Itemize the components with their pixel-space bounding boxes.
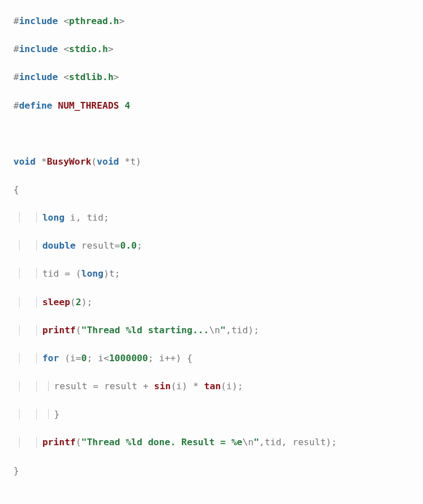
code-block: #include <pthread.h> #include <stdio.h> … xyxy=(0,0,423,504)
hash: # xyxy=(13,16,19,26)
code-line: long i, tid; xyxy=(13,211,423,225)
code-line: sleep(2); xyxy=(13,295,423,309)
code-line: printf("Thread %ld starting...\n",tid); xyxy=(13,323,423,337)
number-literal: 1000000 xyxy=(109,353,148,363)
header-name: stdio.h xyxy=(69,44,108,54)
code-line: #include <stdio.h> xyxy=(13,42,423,56)
include-kw: include xyxy=(19,16,58,26)
escape-sequence: \n xyxy=(209,325,220,335)
indent-guide: long i, tid; xyxy=(36,212,109,223)
number-literal: 2 xyxy=(76,297,81,307)
code-line: for (i=0; i<1000000; i++) { xyxy=(13,351,423,365)
code-line: void *BusyWork(void *t) xyxy=(13,155,423,169)
header-name: pthread.h xyxy=(69,16,119,26)
code-line: result = result + sin(i) * tan(i); xyxy=(13,379,423,393)
code-line: #define NUM_THREADS 4 xyxy=(13,99,423,113)
code-line: tid = (long)t; xyxy=(13,267,423,281)
code-line: #include <pthread.h> xyxy=(13,14,423,28)
header-name: stdlib.h xyxy=(69,72,113,82)
function-call: sleep xyxy=(43,297,70,307)
blank-line xyxy=(13,127,423,141)
indent-guide: long i, tid; xyxy=(19,212,109,223)
function-call: printf xyxy=(43,325,76,335)
type-kw: double xyxy=(43,240,76,251)
number-literal: 4 xyxy=(125,100,130,111)
blank-line xyxy=(13,492,423,504)
function-call: sin xyxy=(154,381,171,391)
type-kw: long xyxy=(43,212,65,223)
number-literal: 0.0 xyxy=(120,240,137,251)
code-line: double result=0.0; xyxy=(13,239,423,253)
code-line: printf("Thread %ld done. Result = %e\n",… xyxy=(13,435,423,449)
code-line: } xyxy=(13,464,423,478)
function-call: tan xyxy=(204,381,221,391)
define-kw: define xyxy=(19,100,53,111)
macro-name: NUM_THREADS xyxy=(58,100,119,111)
for-kw: for xyxy=(43,353,59,363)
string-literal: "Thread %ld starting...\n" xyxy=(81,325,225,335)
code-line: } xyxy=(13,407,423,421)
code-line: #include <stdlib.h> xyxy=(13,70,423,84)
code-line: { xyxy=(13,183,423,197)
function-call: printf xyxy=(43,437,76,447)
function-name: BusyWork xyxy=(47,156,91,167)
string-literal: "Thread %ld done. Result = %e\n" xyxy=(81,437,259,447)
type-kw: void xyxy=(13,156,36,167)
